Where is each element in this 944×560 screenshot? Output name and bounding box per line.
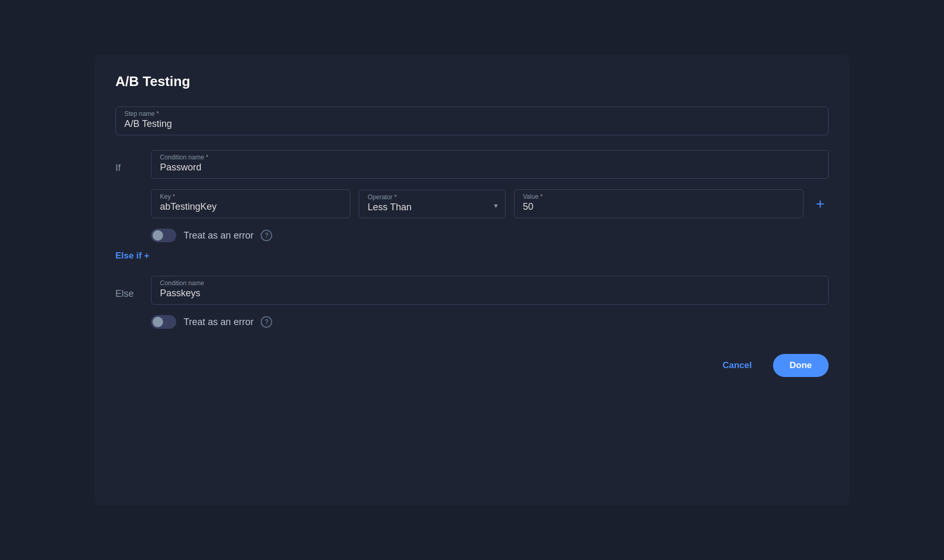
- step-name-label: Step name *: [124, 110, 820, 117]
- ab-testing-dialog: A/B Testing Step name * If Condition nam…: [94, 55, 850, 505]
- else-condition-name-label: Condition name: [160, 279, 820, 287]
- else-treat-as-error-label: Treat as an error: [184, 317, 253, 328]
- value-label: Value *: [523, 193, 795, 200]
- else-condition-name-wrapper: Condition name: [151, 276, 829, 305]
- footer-buttons: Cancel Done: [115, 354, 829, 377]
- key-field-wrapper: Key *: [151, 189, 350, 218]
- step-name-wrapper: Step name *: [115, 106, 829, 135]
- add-value-button[interactable]: +: [812, 195, 829, 213]
- operator-field: Operator * Equals Not Equals Less Than G…: [359, 190, 506, 218]
- else-condition-name-input[interactable]: [160, 288, 820, 299]
- if-section: If Condition name * Key *: [115, 150, 829, 242]
- if-condition-name-input[interactable]: [160, 162, 820, 173]
- dialog-title: A/B Testing: [115, 73, 829, 90]
- else-section: Else Condition name Treat as an error ?: [115, 276, 829, 329]
- if-label: If: [115, 150, 136, 174]
- operator-select-wrapper: Operator * Equals Not Equals Less Than G…: [359, 190, 506, 218]
- if-condition-name-field-wrapper: Condition name *: [151, 150, 829, 179]
- if-treat-as-error-toggle[interactable]: [151, 229, 176, 242]
- if-treat-as-error-track: [151, 229, 176, 242]
- else-content: Condition name Treat as an error ?: [151, 276, 829, 329]
- step-name-group: Step name *: [115, 106, 829, 135]
- else-label: Else: [115, 276, 136, 299]
- key-input[interactable]: [160, 201, 341, 212]
- else-treat-as-error-help-icon[interactable]: ?: [261, 316, 272, 328]
- operator-label: Operator *: [368, 193, 497, 201]
- else-condition-name-field-wrapper: Condition name: [151, 276, 829, 305]
- if-condition-name-label: Condition name *: [160, 154, 820, 161]
- else-if-link[interactable]: Else if +: [115, 251, 149, 261]
- key-field: Key *: [151, 189, 350, 218]
- if-condition-name-wrapper: Condition name *: [151, 150, 829, 179]
- value-input[interactable]: [523, 201, 795, 212]
- else-treat-as-error-toggle[interactable]: [151, 315, 176, 329]
- if-treat-as-error-label: Treat as an error: [184, 230, 253, 241]
- value-field-wrapper: Value *: [514, 189, 803, 218]
- done-button[interactable]: Done: [773, 354, 829, 377]
- else-treat-as-error-row: Treat as an error ?: [151, 315, 829, 329]
- if-treat-as-error-row: Treat as an error ?: [151, 229, 829, 242]
- key-operator-value-row: Key * Operator * Equals Not Equals Less …: [151, 189, 829, 218]
- cancel-button[interactable]: Cancel: [712, 355, 763, 376]
- step-name-input[interactable]: [124, 119, 820, 130]
- if-content: Condition name * Key * Operator *: [151, 150, 829, 242]
- key-label: Key *: [160, 193, 341, 200]
- operator-select[interactable]: Equals Not Equals Less Than Greater Than…: [368, 202, 497, 212]
- if-treat-as-error-help-icon[interactable]: ?: [261, 230, 272, 241]
- value-field: Value *: [514, 189, 803, 218]
- else-treat-as-error-track: [151, 315, 176, 329]
